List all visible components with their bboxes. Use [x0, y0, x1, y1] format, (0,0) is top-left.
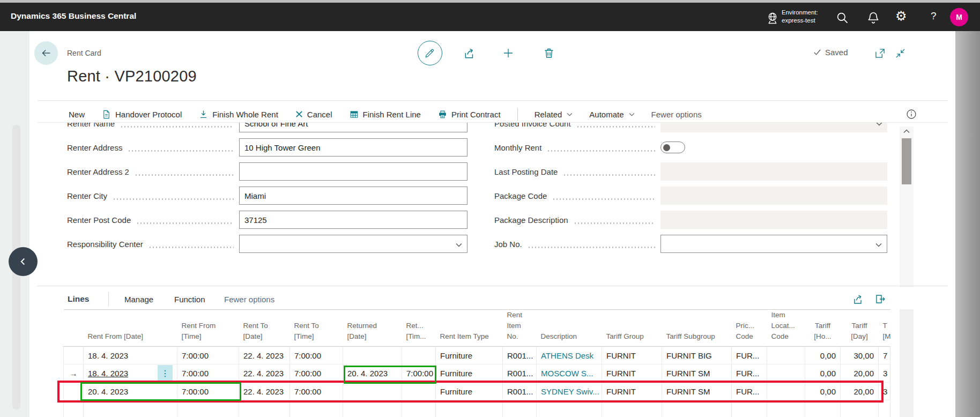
- cell-rent_to_date[interactable]: 22. 4. 2023: [239, 383, 290, 400]
- cell-rent_from_date[interactable]: 20. 4. 2023: [84, 383, 177, 400]
- cell-returned_time[interactable]: [402, 400, 436, 417]
- cell-tariff_subgroup[interactable]: FURNIT SM: [662, 364, 732, 383]
- cell-tariff_hour[interactable]: 0,00: [805, 383, 841, 400]
- lines-menu-function[interactable]: Function: [174, 295, 205, 304]
- column-header-description[interactable]: Description: [537, 310, 602, 347]
- cell-rent_item_type[interactable]: [436, 400, 503, 417]
- cell-description[interactable]: MOSCOW S...: [537, 364, 602, 383]
- cell-description[interactable]: ATHENS Desk: [537, 347, 602, 364]
- column-header-tariff_month[interactable]: T[M: [879, 310, 890, 347]
- cell-rent_item_no[interactable]: R001...: [503, 383, 537, 400]
- cell-rent_from_date[interactable]: 18. 4. 2023⋮: [84, 364, 177, 383]
- cell-description[interactable]: [537, 400, 602, 417]
- cell-rent_item_type[interactable]: Furniture: [436, 347, 503, 364]
- column-header-tariff_group[interactable]: Tariff Group: [602, 310, 662, 347]
- cell-returned_date[interactable]: [343, 400, 402, 417]
- cell-tariff_day[interactable]: [841, 400, 879, 417]
- cell-rent_to_time[interactable]: 7:00:00: [290, 383, 343, 400]
- cell-rent_item_no[interactable]: [503, 400, 537, 417]
- cell-rent_to_date[interactable]: 22. 4. 2023: [239, 364, 290, 383]
- column-header-returned_time[interactable]: Ret...[Tim...: [402, 310, 436, 347]
- cell-tariff_hour[interactable]: [805, 400, 841, 417]
- cell-returned_date[interactable]: [343, 383, 402, 400]
- toggle-monthly-rent[interactable]: [660, 142, 685, 153]
- field-input-posted-invoice-count[interactable]: [660, 123, 887, 132]
- column-header-rent_item_no[interactable]: RentItemNo.: [503, 310, 537, 347]
- column-header-tariff_day[interactable]: Tariff[Day]: [841, 310, 879, 347]
- cell-rent_to_date[interactable]: 22. 4. 2023: [239, 347, 290, 364]
- cell-tariff_group[interactable]: [602, 400, 662, 417]
- field-input-last-posting-date[interactable]: [660, 162, 887, 181]
- cell-returned_time[interactable]: 7:00:00: [402, 364, 436, 383]
- column-header-rent_to_date[interactable]: Rent To[Date]: [239, 310, 290, 347]
- cell-tariff_hour[interactable]: 0,00: [805, 364, 841, 383]
- field-input-package-description[interactable]: [660, 211, 887, 229]
- column-header-rent_from_date[interactable]: Rent From [Date]: [84, 310, 177, 347]
- cell-selector[interactable]: →: [64, 364, 84, 383]
- cell-tariff_group[interactable]: FURNIT: [602, 364, 662, 383]
- description-link[interactable]: ATHENS Desk: [541, 351, 593, 360]
- lines-menu-manage[interactable]: Manage: [124, 295, 153, 304]
- cell-tariff_day[interactable]: 30,00: [841, 347, 879, 364]
- cell-rent_item_type[interactable]: Furniture: [436, 383, 503, 400]
- cell-rent_from_time[interactable]: [177, 400, 239, 417]
- cell-item_locat_code[interactable]: [767, 400, 805, 417]
- cell-rent_item_no[interactable]: R001...: [503, 364, 537, 383]
- cell-tariff_day[interactable]: 20,00: [841, 383, 879, 400]
- cell-rent_to_date[interactable]: [239, 400, 290, 417]
- column-header-selector[interactable]: [64, 310, 84, 347]
- cell-context-menu-icon[interactable]: ⋮: [158, 365, 173, 382]
- cell-selector[interactable]: [64, 347, 84, 364]
- lines-fewer-options-button[interactable]: Fewer options: [224, 295, 274, 304]
- column-header-rent_item_type[interactable]: Rent Item Type: [436, 310, 503, 347]
- cell-returned_time[interactable]: [402, 347, 436, 364]
- cell-rent_from_date[interactable]: [84, 400, 177, 417]
- scrollbar-up-arrow[interactable]: [903, 129, 910, 134]
- description-link[interactable]: MOSCOW S...: [541, 369, 593, 378]
- cell-tariff_subgroup[interactable]: FURNIT BIG: [662, 347, 732, 364]
- cell-item_locat_code[interactable]: [767, 364, 805, 383]
- column-header-item_locat_code[interactable]: ItemLocat...Code: [767, 310, 805, 347]
- field-input-package-code[interactable]: [660, 187, 887, 205]
- cell-rent_to_time[interactable]: 7:00:00: [290, 364, 343, 383]
- cell-pric_code[interactable]: FUR...: [732, 347, 767, 364]
- table-scrollbar-track[interactable]: [900, 309, 914, 417]
- focused-cell-value[interactable]: 18. 4. 2023: [88, 369, 128, 378]
- cell-description[interactable]: SYDNEY Swiv...: [537, 383, 602, 400]
- field-input-job-no-[interactable]: [660, 235, 887, 253]
- column-header-rent_to_time[interactable]: Rent To[Time]: [290, 310, 343, 347]
- cell-rent_item_no[interactable]: R001...: [503, 347, 537, 364]
- cell-returned_time[interactable]: [402, 383, 436, 400]
- cell-returned_date[interactable]: 20. 4. 2023: [343, 364, 402, 383]
- cell-tariff_group[interactable]: FURNIT: [602, 383, 662, 400]
- cell-rent_from_time[interactable]: 7:00:00: [177, 364, 239, 383]
- cell-tariff_day[interactable]: 20,00: [841, 364, 879, 383]
- cell-pric_code[interactable]: FUR...: [732, 383, 767, 400]
- cell-tariff_subgroup[interactable]: FURNIT SM: [662, 383, 732, 400]
- cell-tariff_hour[interactable]: 0,00: [805, 347, 841, 364]
- cell-rent_from_date[interactable]: 18. 4. 2023: [84, 347, 177, 364]
- cell-pric_code[interactable]: [732, 400, 767, 417]
- cell-item_locat_code[interactable]: [767, 383, 805, 400]
- column-header-tariff_hour[interactable]: Tariff[Ho...: [805, 310, 841, 347]
- cell-selector[interactable]: [64, 400, 84, 417]
- description-link[interactable]: SYDNEY Swiv...: [541, 387, 599, 396]
- cell-pric_code[interactable]: FUR...: [732, 364, 767, 383]
- open-in-excel-icon[interactable]: [874, 293, 886, 305]
- cell-tariff_month[interactable]: 3: [879, 364, 890, 383]
- cell-tariff_subgroup[interactable]: [662, 400, 732, 417]
- cell-returned_date[interactable]: [343, 347, 402, 364]
- cell-selector[interactable]: [64, 383, 84, 400]
- column-header-rent_from_time[interactable]: Rent From[Time]: [177, 310, 239, 347]
- collapse-pane-button[interactable]: [9, 247, 38, 276]
- column-header-tariff_subgroup[interactable]: Tariff Subgroup: [662, 310, 732, 347]
- form-scrollbar-thumb[interactable]: [902, 138, 911, 184]
- cell-rent_from_time[interactable]: 7:00:00: [177, 347, 239, 364]
- share-lines-icon[interactable]: [852, 293, 864, 305]
- cell-tariff_group[interactable]: FURNIT: [602, 347, 662, 364]
- column-header-pric_code[interactable]: Pric...Code: [732, 310, 767, 347]
- cell-tariff_month[interactable]: 7: [879, 347, 890, 364]
- cell-rent_to_time[interactable]: 7:00:00: [290, 347, 343, 364]
- column-header-returned_date[interactable]: Returned[Date]: [343, 310, 402, 347]
- cell-tariff_month[interactable]: [879, 400, 890, 417]
